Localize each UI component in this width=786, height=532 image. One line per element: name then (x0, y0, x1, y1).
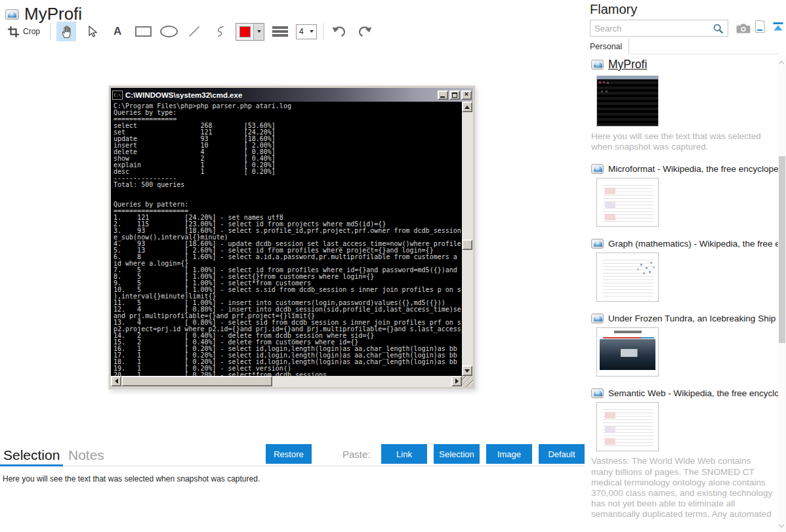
list-item: Microformat - Wikipedia, the free encycl… (590, 164, 778, 227)
crop-label: Crop (23, 27, 40, 36)
triangle-down-icon (465, 369, 470, 373)
editor-canvas[interactable]: C:\ C:\WINDOWS\system32\cmd.exe × C:\Pro… (0, 43, 589, 440)
restore-button[interactable]: Restore (266, 444, 312, 464)
rectangle-icon (135, 26, 152, 37)
color-swatch-cell (236, 24, 253, 40)
snapshot-icon (5, 9, 19, 20)
pin-to-top-button[interactable] (772, 22, 785, 32)
color-dropdown[interactable] (253, 24, 264, 40)
selection-text: Here you will see the text that was sele… (3, 474, 260, 483)
undo-icon (331, 25, 347, 38)
snapshot-title: Under Frozen Tundra, an Icebreaking Ship… (608, 314, 778, 323)
stroke-size-value: 4 (299, 27, 304, 36)
redo-button[interactable] (355, 22, 375, 41)
cmd-icon: C:\ (112, 91, 123, 100)
chevron-down-icon (310, 30, 314, 33)
ellipse-tool-button[interactable] (159, 22, 178, 41)
snapshot-title: Semantic Web - Wikipedia, the free encyc… (608, 388, 778, 398)
minimize-button (438, 91, 448, 100)
vertical-scrollbar (462, 102, 473, 376)
snapshot-link[interactable]: Under Frozen Tundra, an Icebreaking Ship… (591, 314, 778, 323)
snapshot-title: Graph (mathematics) - Wikipedia, the fre… (608, 239, 778, 249)
snapshot-icon (591, 164, 604, 174)
snapshot-thumbnail[interactable] (596, 178, 659, 227)
snapshot-icon (591, 60, 604, 70)
line-icon (188, 26, 200, 37)
sidebar-scroll-thumb[interactable] (779, 156, 785, 343)
note-icon (755, 20, 765, 33)
hand-tool-button[interactable] (56, 22, 76, 41)
snapshot-thumbnail[interactable] (596, 253, 659, 302)
minimize-icon (440, 96, 445, 98)
chevron-up-icon[interactable] (779, 61, 784, 66)
scroll-left-button (111, 376, 121, 386)
line-width-icon (272, 26, 288, 29)
snapshot-icon (591, 239, 604, 249)
color-picker[interactable] (236, 23, 264, 41)
line-tool-button[interactable] (184, 22, 204, 41)
list-item: MyProfi Here you will see the text that … (590, 58, 778, 152)
triangle-left-icon (115, 379, 118, 384)
scroll-up-button (462, 102, 472, 112)
capture-screenshot-button[interactable] (736, 23, 751, 34)
stroke-size-dropdown[interactable]: 4 (296, 24, 317, 39)
snapshot-thumbnail[interactable] (596, 402, 659, 451)
paste-image-button[interactable]: Image (486, 444, 532, 464)
snapshot-icon (591, 314, 604, 323)
search-input[interactable] (590, 20, 728, 36)
crop-icon (8, 26, 19, 37)
rectangle-tool-button[interactable] (133, 22, 153, 41)
snapshot-link[interactable]: Graph (mathematics) - Wikipedia, the fre… (591, 239, 778, 249)
text-tool-button[interactable]: A (108, 22, 127, 41)
snapshot-link[interactable]: Semantic Web - Wikipedia, the free encyc… (591, 388, 778, 398)
current-color-swatch (239, 26, 251, 37)
new-note-button[interactable] (755, 20, 765, 33)
pin-top-icon (772, 22, 785, 32)
captured-screenshot-image[interactable]: C:\ C:\WINDOWS\system32\cmd.exe × C:\Pro… (109, 86, 475, 389)
snapshot-link[interactable]: MyProfi (591, 58, 778, 72)
line-width-button[interactable] (270, 22, 290, 41)
chevron-down-icon[interactable] (779, 522, 784, 527)
list-item: Graph (mathematics) - Wikipedia, the fre… (590, 239, 778, 302)
sidebar-scrollbar[interactable] (778, 56, 786, 532)
tab-notes[interactable]: Notes (68, 447, 104, 463)
snapshot-link[interactable]: Microformat - Wikipedia, the free encycl… (591, 164, 778, 174)
scroll-right-button (451, 376, 462, 386)
resize-grip (462, 376, 473, 387)
active-tab-indicator (0, 464, 63, 466)
flamory-app: MyProfi Crop A (0, 0, 786, 532)
tab-selection[interactable]: Selection (3, 447, 60, 463)
snapshot-thumbnail[interactable] (596, 75, 659, 127)
ellipse-icon (160, 26, 178, 37)
search-box (590, 20, 728, 37)
redo-icon (357, 25, 373, 38)
cmd-window-title: C:\WINDOWS\system32\cmd.exe (125, 91, 436, 99)
list-item: Semantic Web - Wikipedia, the free encyc… (590, 388, 778, 521)
squiggle-icon (215, 26, 225, 37)
toolbar-separator (323, 23, 323, 40)
hand-icon (60, 25, 72, 39)
chevron-down-icon (257, 30, 261, 33)
tab-divider (63, 466, 585, 466)
paste-link-button[interactable]: Link (381, 444, 427, 464)
undo-button[interactable] (329, 22, 349, 41)
cursor-icon (87, 26, 97, 38)
snapshot-thumbnail[interactable] (596, 327, 659, 377)
tab-personal[interactable]: Personal (590, 39, 629, 54)
freehand-tool-button[interactable] (210, 22, 230, 41)
scroll-down-button (462, 365, 472, 376)
snapshot-icon (591, 388, 604, 398)
maximize-icon (452, 92, 457, 98)
vertical-scroll-thumb (462, 239, 472, 250)
snapshot-list: MyProfi Here you will see the text that … (590, 56, 778, 532)
paste-default-button[interactable]: Default (539, 444, 585, 464)
search-icon[interactable] (713, 23, 724, 35)
snapshot-title: MyProfi (608, 58, 647, 72)
console-output: C:\Program Files\php>php parser.php atar… (111, 102, 473, 387)
paste-selection-button[interactable]: Selection (434, 444, 480, 464)
close-icon: × (462, 90, 471, 98)
select-tool-button[interactable] (82, 22, 102, 41)
list-item: Under Frozen Tundra, an Icebreaking Ship… (590, 314, 778, 377)
crop-button[interactable]: Crop (4, 24, 44, 40)
bottom-panel: Selection Notes Restore Paste: Link Sele… (0, 440, 589, 532)
